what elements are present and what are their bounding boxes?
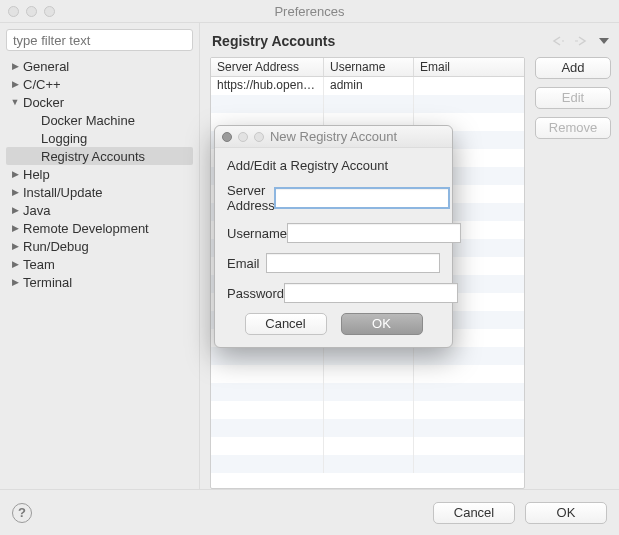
table-row[interactable] [211,95,524,113]
tree-item-run-debug[interactable]: ▶Run/Debug [6,237,193,255]
server-address-label: Server Address [227,183,275,213]
dialog-body: Add/Edit a Registry Account Server Addre… [215,148,452,347]
tree-item-java[interactable]: ▶Java [6,201,193,219]
tree-item-label: Remote Development [23,221,149,236]
table-cell [414,77,524,95]
sidebar: ▶General▶C/C++▼DockerDocker MachineLoggi… [0,23,200,489]
table-cell [324,455,414,473]
dialog-subtitle: Add/Edit a Registry Account [227,158,440,173]
table-row[interactable] [211,455,524,473]
chevron-right-icon[interactable]: ▶ [10,205,20,215]
table-cell [414,455,524,473]
window-titlebar: Preferences [0,0,619,22]
table-cell [414,383,524,401]
dialog-ok-button[interactable]: OK [341,313,423,335]
tree-item-docker[interactable]: ▼Docker [6,93,193,111]
tree-item-terminal[interactable]: ▶Terminal [6,273,193,291]
remove-button[interactable]: Remove [535,117,611,139]
table-row[interactable] [211,365,524,383]
preferences-tree: ▶General▶C/C++▼DockerDocker MachineLoggi… [6,57,193,291]
dialog-buttons: Cancel OK [227,313,440,335]
tree-item-team[interactable]: ▶Team [6,255,193,273]
tree-item-c-c-[interactable]: ▶C/C++ [6,75,193,93]
chevron-right-icon[interactable]: ▶ [10,259,20,269]
email-input[interactable] [266,253,440,273]
table-cell [211,455,324,473]
col-email[interactable]: Email [414,58,524,76]
dialog-title: New Registry Account [215,129,452,144]
tree-item-docker-machine[interactable]: Docker Machine [6,111,193,129]
table-row[interactable] [211,401,524,419]
tree-item-label: Registry Accounts [41,149,145,164]
table-cell [211,419,324,437]
password-label: Password [227,286,284,301]
col-server[interactable]: Server Address [211,58,324,76]
table-header: Server Address Username Email [211,58,524,77]
tree-item-help[interactable]: ▶Help [6,165,193,183]
help-icon[interactable]: ? [12,503,32,523]
username-input[interactable] [287,223,461,243]
table-cell [324,437,414,455]
table-cell [211,383,324,401]
tree-item-label: Install/Update [23,185,103,200]
username-label: Username [227,226,287,241]
col-username[interactable]: Username [324,58,414,76]
email-label: Email [227,256,266,271]
chevron-down-icon[interactable]: ▼ [10,97,20,107]
table-cell [324,365,414,383]
table-cell [414,95,524,113]
window-title: Preferences [0,4,619,19]
chevron-right-icon[interactable]: ▶ [10,79,20,89]
footer: ? Cancel OK [0,489,619,535]
dialog-cancel-button[interactable]: Cancel [245,313,327,335]
tree-item-general[interactable]: ▶General [6,57,193,75]
table-row[interactable] [211,383,524,401]
tree-item-label: Team [23,257,55,272]
tree-item-label: Logging [41,131,87,146]
tree-item-label: Java [23,203,50,218]
table-cell [324,383,414,401]
chevron-right-icon[interactable]: ▶ [10,61,20,71]
chevron-right-icon[interactable]: ▶ [10,223,20,233]
tree-item-label: Docker [23,95,64,110]
filter-input[interactable] [6,29,193,51]
nav-back-icon[interactable] [551,35,569,47]
dialog-titlebar: New Registry Account [215,126,452,148]
edit-button[interactable]: Edit [535,87,611,109]
nav-menu-icon[interactable] [599,36,609,46]
page-title: Registry Accounts [212,33,335,49]
tree-item-install-update[interactable]: ▶Install/Update [6,183,193,201]
table-row[interactable] [211,437,524,455]
tree-item-label: Docker Machine [41,113,135,128]
table-cell [414,347,524,365]
table-row[interactable] [211,347,524,365]
table-cell [211,347,324,365]
chevron-right-icon[interactable]: ▶ [10,169,20,179]
tree-item-remote-development[interactable]: ▶Remote Development [6,219,193,237]
page-nav [551,35,609,47]
table-row[interactable]: https://hub.open…admin [211,77,524,95]
tree-item-logging[interactable]: Logging [6,129,193,147]
chevron-right-icon[interactable]: ▶ [10,277,20,287]
table-cell [211,95,324,113]
table-cell [324,95,414,113]
table-cell [414,401,524,419]
table-row[interactable] [211,419,524,437]
tree-item-label: Run/Debug [23,239,89,254]
tree-item-registry-accounts[interactable]: Registry Accounts [6,147,193,165]
server-address-input[interactable] [275,188,449,208]
new-registry-dialog: New Registry Account Add/Edit a Registry… [214,125,453,348]
tree-item-label: General [23,59,69,74]
prefs-cancel-button[interactable]: Cancel [433,502,515,524]
add-button[interactable]: Add [535,57,611,79]
chevron-right-icon[interactable]: ▶ [10,241,20,251]
chevron-right-icon[interactable]: ▶ [10,187,20,197]
tree-item-label: Terminal [23,275,72,290]
nav-forward-icon[interactable] [575,35,593,47]
table-cell [324,347,414,365]
prefs-ok-button[interactable]: OK [525,502,607,524]
password-input[interactable] [284,283,458,303]
table-side-buttons: Add Edit Remove [535,57,611,489]
table-cell [211,365,324,383]
table-cell: admin [324,77,414,95]
